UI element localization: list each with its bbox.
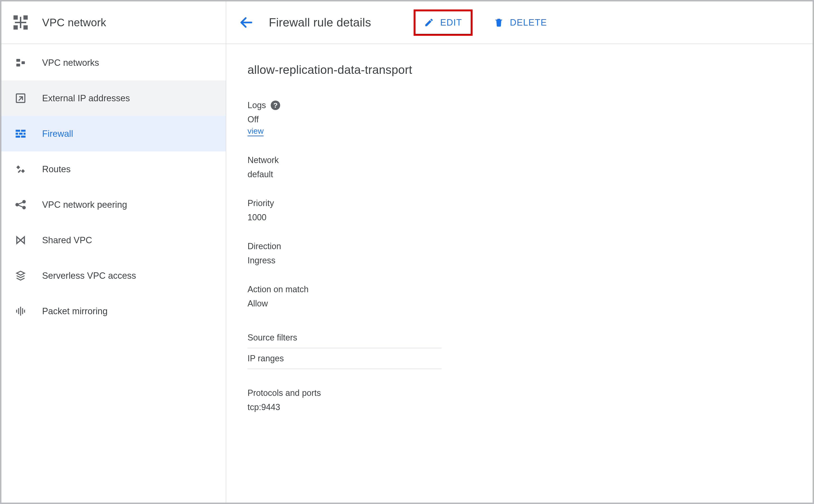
field-network: Network default	[248, 155, 791, 179]
svg-rect-20	[20, 307, 21, 316]
arrow-left-icon	[239, 15, 254, 30]
delete-button[interactable]: DELETE	[487, 13, 554, 32]
svg-rect-16	[21, 136, 26, 137]
trash-icon	[494, 18, 504, 27]
product-title: VPC network	[42, 16, 106, 29]
svg-rect-5	[20, 17, 21, 28]
external-ip-icon	[11, 88, 30, 108]
sidebar-item-label: Firewall	[42, 129, 73, 139]
pencil-icon	[424, 18, 434, 27]
delete-label: DELETE	[510, 18, 547, 28]
field-priority: Priority 1000	[248, 198, 791, 222]
field-value-network: default	[248, 169, 791, 179]
content: Firewall rule details EDIT DELETE	[226, 1, 813, 503]
ip-ranges-header: IP ranges	[248, 348, 442, 369]
svg-rect-1	[23, 15, 28, 20]
svg-rect-14	[24, 133, 26, 135]
field-direction: Direction Ingress	[248, 241, 791, 265]
svg-rect-12	[16, 133, 18, 135]
sidebar-item-label: Routes	[42, 164, 71, 174]
sidebar-item-label: Shared VPC	[42, 235, 92, 245]
svg-rect-11	[21, 130, 26, 132]
back-button[interactable]	[233, 9, 259, 35]
sidebar-item-label: Serverless VPC access	[42, 271, 136, 281]
edit-label: EDIT	[440, 18, 462, 28]
field-value-priority: 1000	[248, 212, 791, 222]
svg-rect-3	[23, 25, 28, 30]
field-protocols-ports: Protocols and ports tcp:9443	[248, 388, 791, 412]
mirroring-icon	[11, 301, 30, 321]
field-label-network: Network	[248, 155, 279, 165]
svg-rect-7	[16, 64, 20, 66]
sidebar-item-label: VPC network peering	[42, 200, 127, 210]
routes-icon	[11, 159, 30, 179]
svg-rect-0	[13, 15, 18, 20]
page-title: Firewall rule details	[269, 16, 371, 29]
svg-rect-8	[22, 61, 25, 64]
product-header: VPC network	[1, 1, 226, 44]
svg-rect-24	[24, 310, 25, 313]
topbar: Firewall rule details EDIT DELETE	[226, 1, 813, 44]
field-label-direction: Direction	[248, 241, 281, 251]
field-value-direction: Ingress	[248, 256, 791, 265]
field-label-priority: Priority	[248, 198, 274, 208]
sidebar-item-shared-vpc[interactable]: Shared VPC	[1, 222, 226, 258]
field-value-logs: Off	[248, 115, 791, 124]
sidebar: VPC network VPC networks External IP add…	[1, 1, 226, 503]
field-label-action: Action on match	[248, 284, 309, 294]
svg-rect-10	[16, 130, 20, 132]
firewall-icon	[11, 124, 30, 143]
peering-icon	[11, 195, 30, 214]
view-logs-link[interactable]: view	[248, 126, 264, 136]
networks-icon	[11, 53, 30, 72]
shared-vpc-icon	[11, 230, 30, 250]
sidebar-item-label: VPC networks	[42, 58, 99, 68]
sidebar-nav: VPC networks External IP addresses Firew…	[1, 44, 226, 329]
sidebar-item-label: Packet mirroring	[42, 306, 108, 316]
svg-rect-13	[19, 133, 23, 135]
svg-rect-2	[13, 25, 18, 30]
rule-name: allow-replication-data-transport	[248, 63, 791, 77]
field-logs: Logs ? Off view	[248, 100, 791, 136]
sidebar-item-firewall[interactable]: Firewall	[1, 116, 226, 151]
sidebar-item-peering[interactable]: VPC network peering	[1, 187, 226, 222]
sidebar-item-routes[interactable]: Routes	[1, 151, 226, 187]
vpc-network-product-icon	[11, 13, 30, 32]
field-source-filters: Source filters IP ranges	[248, 327, 442, 369]
svg-rect-23	[16, 310, 17, 313]
sidebar-item-vpc-networks[interactable]: VPC networks	[1, 45, 226, 80]
sidebar-item-external-ip[interactable]: External IP addresses	[1, 80, 226, 116]
svg-rect-6	[16, 59, 20, 62]
field-value-protocols: tcp:9443	[248, 402, 791, 412]
field-action: Action on match Allow	[248, 284, 791, 309]
svg-rect-22	[22, 308, 23, 314]
action-buttons: EDIT DELETE	[414, 9, 554, 36]
field-label-protocols: Protocols and ports	[248, 388, 321, 398]
field-value-action: Allow	[248, 299, 791, 309]
source-filters-header: Source filters	[248, 327, 442, 348]
sidebar-item-serverless[interactable]: Serverless VPC access	[1, 258, 226, 293]
edit-highlight: EDIT	[414, 9, 473, 36]
field-label-logs: Logs	[248, 100, 266, 110]
help-icon[interactable]: ?	[271, 101, 280, 110]
svg-rect-15	[16, 136, 20, 137]
detail-body: allow-replication-data-transport Logs ? …	[226, 44, 813, 441]
sidebar-item-mirroring[interactable]: Packet mirroring	[1, 293, 226, 329]
serverless-icon	[11, 266, 30, 285]
edit-button[interactable]: EDIT	[417, 13, 469, 32]
svg-rect-21	[18, 308, 19, 314]
sidebar-item-label: External IP addresses	[42, 93, 130, 103]
